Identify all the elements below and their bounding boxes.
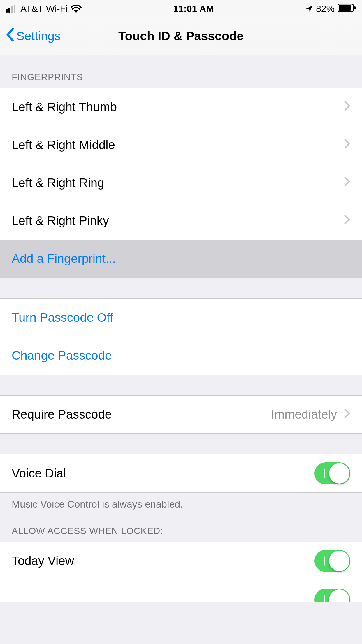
group-require-passcode: Require Passcode Immediately	[0, 395, 362, 434]
wifi-icon	[71, 5, 82, 13]
voice-dial-toggle[interactable]	[314, 462, 350, 484]
chevron-left-icon	[6, 28, 15, 45]
add-fingerprint-label: Add a Fingerprint...	[12, 252, 350, 266]
chevron-right-icon	[344, 100, 350, 114]
svg-rect-6	[354, 6, 356, 9]
require-passcode-value: Immediately	[271, 407, 337, 421]
voice-dial-row: Voice Dial	[0, 454, 362, 492]
voice-dial-label: Voice Dial	[12, 466, 314, 480]
group-passcode-actions: Turn Passcode Off Change Passcode	[0, 298, 362, 375]
status-right: 82%	[305, 4, 356, 14]
change-passcode-button[interactable]: Change Passcode	[0, 337, 362, 374]
voice-dial-footer: Music Voice Control is always enabled.	[0, 493, 362, 513]
svg-rect-5	[339, 5, 351, 11]
turn-passcode-off-button[interactable]: Turn Passcode Off	[0, 299, 362, 337]
fingerprint-row[interactable]: Left & Right Middle	[0, 126, 362, 164]
fingerprint-row[interactable]: Left & Right Thumb	[0, 88, 362, 126]
today-view-toggle[interactable]	[314, 550, 350, 572]
group-locked-access: Today View	[0, 542, 362, 602]
require-passcode-row[interactable]: Require Passcode Immediately	[0, 396, 362, 433]
back-label: Settings	[16, 29, 61, 43]
battery-icon	[338, 4, 356, 14]
back-button[interactable]: Settings	[6, 18, 61, 55]
location-icon	[305, 5, 313, 13]
svg-rect-2	[11, 6, 13, 13]
svg-rect-0	[6, 9, 8, 13]
section-header-fingerprints: FINGERPRINTS	[0, 55, 362, 88]
fingerprint-label: Left & Right Pinky	[12, 214, 342, 228]
status-time: 11:01 AM	[173, 4, 214, 14]
nav-bar: Settings Touch ID & Passcode	[0, 18, 362, 55]
chevron-right-icon	[344, 176, 350, 190]
svg-rect-1	[8, 8, 10, 13]
today-view-label: Today View	[12, 554, 314, 568]
fingerprint-label: Left & Right Thumb	[12, 100, 342, 114]
chevron-right-icon	[344, 407, 350, 421]
require-passcode-label: Require Passcode	[12, 407, 271, 421]
carrier-label: AT&T Wi-Fi	[20, 4, 68, 14]
battery-percent: 82%	[316, 4, 335, 14]
svg-rect-3	[14, 5, 15, 13]
group-fingerprints: Left & Right Thumb Left & Right Middle L…	[0, 88, 362, 278]
fingerprint-label: Left & Right Ring	[12, 176, 342, 190]
fingerprint-label: Left & Right Middle	[12, 138, 342, 152]
turn-passcode-off-label: Turn Passcode Off	[12, 311, 350, 325]
partial-row	[0, 580, 362, 602]
fingerprint-row[interactable]: Left & Right Pinky	[0, 202, 362, 240]
section-header-locked: ALLOW ACCESS WHEN LOCKED:	[0, 513, 362, 542]
status-left: AT&T Wi-Fi	[6, 4, 82, 14]
add-fingerprint-button[interactable]: Add a Fingerprint...	[0, 240, 362, 278]
group-voice-dial: Voice Dial	[0, 454, 362, 493]
partial-row-toggle[interactable]	[314, 589, 350, 602]
change-passcode-label: Change Passcode	[12, 349, 350, 363]
today-view-row: Today View	[0, 542, 362, 580]
fingerprint-row[interactable]: Left & Right Ring	[0, 164, 362, 202]
page-title: Touch ID & Passcode	[118, 29, 244, 43]
status-bar: AT&T Wi-Fi 11:01 AM 82%	[0, 0, 362, 18]
chevron-right-icon	[344, 214, 350, 228]
chevron-right-icon	[344, 138, 350, 152]
cell-signal-icon	[6, 5, 17, 13]
